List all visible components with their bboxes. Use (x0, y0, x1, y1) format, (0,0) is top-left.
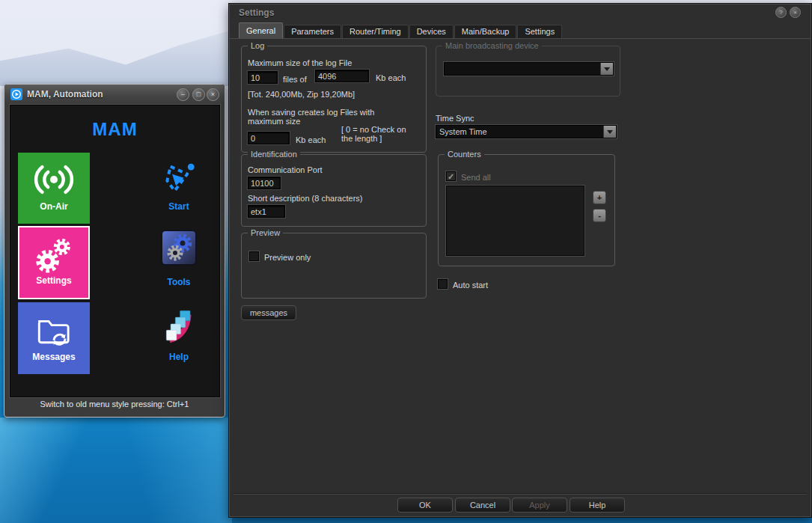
max-kb-input[interactable] (248, 132, 290, 144)
cancel-button[interactable]: Cancel (455, 498, 510, 513)
chevron-down-icon (607, 130, 613, 134)
tile-start[interactable]: Start (143, 153, 215, 224)
auto-start-label: Auto start (453, 281, 488, 290)
time-sync-dropdown-button[interactable] (603, 126, 616, 138)
files-of-label: files of (283, 75, 307, 84)
broadcast-icon (33, 159, 75, 201)
mam-status-text: Switch to old menu style pressing: Ctrl+… (4, 400, 225, 409)
broadcasting-device-dropdown[interactable] (444, 62, 614, 76)
start-icon (158, 156, 200, 198)
communication-port-input[interactable] (248, 177, 281, 189)
folder-sync-icon (32, 308, 76, 352)
tile-messages[interactable]: Messages (18, 302, 90, 374)
mam-titlebar[interactable]: MAM, Automation – □ × (4, 85, 225, 104)
messages-button[interactable]: messages (241, 305, 296, 320)
settings-dialog-title: Settings (239, 7, 274, 18)
counter-add-button[interactable]: + (593, 191, 606, 204)
counter-remove-button[interactable]: - (593, 209, 606, 222)
dialog-close-button[interactable]: × (790, 7, 801, 18)
mam-window: MAM, Automation – □ × MAM On-Air (4, 84, 225, 418)
settings-dialog: Settings ? × General Parameters Router/T… (228, 3, 812, 518)
tab-main-backup[interactable]: Main/Backup (454, 25, 517, 38)
main-broadcasting-device-title: Main broadcasting device (442, 41, 542, 50)
apply-button[interactable]: Apply (512, 498, 567, 513)
tile-tools-label: Tools (143, 277, 215, 287)
tile-tools[interactable]: Tools (143, 226, 215, 299)
tile-settings[interactable]: Settings (18, 226, 90, 299)
mam-menu-panel: MAM On-Air Start (10, 105, 220, 397)
settings-tab-bar: General Parameters Router/Timing Devices… (239, 22, 563, 38)
short-description-label: Short description (8 characters) (248, 194, 362, 203)
tile-start-label: Start (143, 201, 215, 212)
maximize-button[interactable]: □ (192, 88, 205, 101)
log-group: Log Maximum size of the log File files o… (241, 46, 427, 153)
mam-app-icon (10, 88, 22, 100)
identification-group: Identification Communication Port Short … (241, 154, 427, 227)
log-kb-input[interactable] (315, 70, 369, 82)
tab-devices[interactable]: Devices (409, 25, 454, 38)
tile-on-air-label: On-Air (18, 201, 90, 212)
minimize-button[interactable]: – (177, 88, 189, 101)
identification-group-title: Identification (248, 150, 300, 159)
tab-settings[interactable]: Settings (517, 25, 562, 38)
counters-group-title: Counters (445, 150, 484, 159)
time-sync-value: System Time (439, 127, 487, 136)
tab-general[interactable]: General (239, 22, 283, 38)
counters-listbox[interactable] (446, 186, 584, 256)
preview-group: Preview Preview only (241, 233, 427, 299)
counters-group: Counters ✓ Send all + - (438, 154, 615, 266)
communication-port-label: Communication Port (248, 165, 323, 174)
preview-group-title: Preview (248, 228, 283, 237)
tile-on-air[interactable]: On-Air (18, 153, 90, 224)
time-sync-label: Time Sync (436, 114, 474, 123)
tile-settings-label: Settings (19, 275, 88, 286)
tile-help[interactable]: Help (143, 302, 215, 374)
footer-separator (233, 493, 807, 495)
mam-heading: MAM (10, 119, 219, 140)
tab-parameters[interactable]: Parameters (284, 25, 341, 38)
tools-icon (160, 229, 198, 266)
zero-check-note: [ 0 = no Check on the length ] (341, 125, 418, 143)
tab-router-timing[interactable]: Router/Timing (342, 25, 409, 38)
send-all-checkbox[interactable]: ✓ (446, 171, 456, 181)
main-broadcasting-device-group: Main broadcasting device (436, 46, 620, 97)
auto-start-checkbox[interactable] (438, 279, 448, 289)
kb-each-label-2: Kb each (296, 135, 326, 144)
send-all-label: Send all (461, 173, 491, 182)
log-group-title: Log (248, 41, 267, 50)
wallpaper-ice-highlight (0, 418, 232, 523)
close-button[interactable]: × (207, 88, 219, 101)
tile-messages-label: Messages (18, 352, 90, 362)
short-description-input[interactable] (248, 205, 285, 218)
screen: MAM, Automation – □ × MAM On-Air (0, 0, 812, 523)
chevron-down-icon (604, 67, 610, 71)
max-log-size-label: Maximum size of the log File (248, 58, 352, 67)
kb-each-label: Kb each (376, 73, 406, 82)
log-total-label: [Tot. 240,00Mb, Zip 19,20Mb] (248, 90, 355, 99)
help-button[interactable]: Help (570, 498, 625, 513)
tile-help-label: Help (143, 352, 215, 362)
general-tab-content: Log Maximum size of the log File files o… (230, 38, 811, 516)
help-icon (159, 305, 198, 344)
mam-window-title: MAM, Automation (27, 89, 103, 100)
dialog-help-button[interactable]: ? (775, 7, 787, 18)
ok-button[interactable]: OK (397, 498, 453, 513)
log-files-count-input[interactable] (248, 71, 278, 84)
preview-only-checkbox[interactable] (249, 251, 259, 261)
preview-only-label: Preview only (264, 253, 311, 262)
when-saving-label: When saving creates log Files with maxim… (248, 108, 375, 126)
time-sync-dropdown[interactable]: System Time (436, 125, 617, 138)
broadcasting-device-dropdown-button[interactable] (600, 63, 613, 75)
gears-icon (31, 233, 76, 278)
